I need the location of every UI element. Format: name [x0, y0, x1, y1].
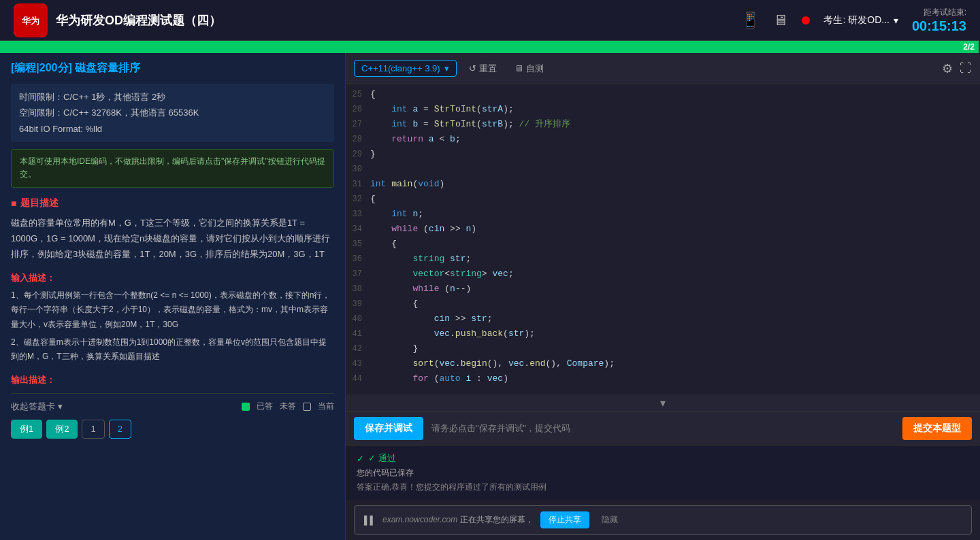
selftest-button[interactable]: 🖥 自测: [509, 60, 549, 78]
code-line-33: 33 int n;: [346, 207, 980, 222]
output-desc-title: 输出描述：: [11, 374, 334, 386]
chevron-down-icon: ▾: [660, 396, 666, 409]
save-hint: 请务必点击"保存并调试"，提交代码: [431, 422, 570, 435]
time-limit: 时间限制：C/C++ 1秒，其他语言 2秒: [19, 89, 326, 105]
code-line-27: 27 int b = StrToInt(strB); // 升序排序: [346, 117, 980, 132]
pass-label: ✓ 通过: [368, 452, 396, 465]
reset-icon: ↺: [469, 63, 476, 73]
fullscreen-icon[interactable]: ⛶: [960, 61, 972, 75]
result-pass: ✓ ✓ 通过: [357, 452, 969, 465]
progress-bar-container: 2/2: [0, 41, 980, 53]
reset-button[interactable]: ↺ 重置: [463, 60, 502, 78]
share-text: exam.nowcoder.com 正在共享您的屏幕，: [382, 514, 534, 526]
code-lines: 25 { 26 int a = StrToInt(strA); 27 int b…: [346, 84, 980, 394]
code-line-43: 43 sort(vec.begin(), vec.end(), Compare)…: [346, 356, 980, 371]
legend-answered-label: 已答: [257, 401, 273, 412]
pass-checkmark-icon: ✓: [357, 454, 364, 464]
answer-card-legend: 已答 未答 当前: [242, 401, 334, 412]
code-line-31: 31 int main(void): [346, 177, 980, 192]
user-dropdown[interactable]: 考生: 研发OD... ▾: [823, 14, 898, 27]
result-panel: ✓ ✓ 通过 您的代码已保存 答案正确,恭喜！您提交的程序通过了所有的测试用例: [346, 445, 980, 500]
selftest-icon: 🖥: [514, 63, 523, 73]
left-panel: [编程|200分] 磁盘容量排序 时间限制：C/C++ 1秒，其他语言 2秒 空…: [0, 53, 346, 540]
submit-button[interactable]: 提交本题型: [902, 417, 972, 440]
selftest-label: 自测: [526, 63, 544, 75]
monitor-icon[interactable]: 🖥: [773, 12, 788, 29]
share-icon: ▌▌: [364, 516, 376, 525]
code-line-29: 29 }: [346, 147, 980, 162]
recording-dot: [802, 16, 810, 24]
settings-icon[interactable]: ⚙: [942, 61, 953, 76]
input-desc-title: 输入描述：: [11, 272, 334, 284]
share-domain: exam.nowcoder.com: [382, 515, 457, 524]
example-btn-3[interactable]: 1: [82, 420, 104, 439]
code-line-44: 44 for (auto i : vec): [346, 371, 980, 386]
code-line-40: 40 cin >> str;: [346, 311, 980, 326]
lang-label: C++11(clang++ 3.9): [361, 63, 440, 73]
legend-unanswered-label: 未答: [280, 401, 296, 412]
bottom-chevron[interactable]: ▾: [346, 394, 980, 411]
problem-title: [编程|200分] 磁盘容量排序: [11, 61, 334, 75]
input-item-1: 1、每个测试用例第一行包含一个整数n(2 <= n <= 1000)，表示磁盘的…: [11, 288, 334, 333]
code-line-28: 28 return a < b;: [346, 132, 980, 147]
example-buttons: 例1 例2 1 2: [11, 420, 334, 439]
code-editor[interactable]: 25 { 26 int a = StrToInt(strA); 27 int b…: [346, 84, 980, 394]
code-line-39: 39 {: [346, 297, 980, 311]
result-correct: 答案正确,恭喜！您提交的程序通过了所有的测试用例: [357, 482, 969, 493]
section-desc-title: 题目描述: [11, 197, 334, 209]
legend-answered-dot: [242, 403, 250, 411]
hide-button[interactable]: 隐藏: [602, 514, 618, 526]
right-panel: C++11(clang++ 3.9) ▾ ↺ 重置 🖥 自测 ⚙ ⛶ 25: [346, 53, 980, 540]
chevron-down-icon: ▾: [894, 15, 898, 26]
chevron-up-icon: ▾: [58, 401, 63, 411]
progress-bar-fill: [0, 41, 979, 53]
mobile-icon[interactable]: 📱: [741, 12, 760, 29]
input-desc-list: 1、每个测试用例第一行包含一个整数n(2 <= n <= 1000)，表示磁盘的…: [11, 288, 334, 365]
main-container: [编程|200分] 磁盘容量排序 时间限制：C/C++ 1秒，其他语言 2秒 空…: [0, 53, 980, 540]
example-btn-2[interactable]: 例2: [46, 420, 78, 439]
legend-current-dot: [303, 403, 311, 411]
input-item-2: 2、磁盘容量m表示十进制数范围为1到1000的正整数，容量单位v的范围只包含题目…: [11, 335, 334, 365]
lang-chevron-icon: ▾: [444, 63, 449, 73]
legend-current-label: 当前: [318, 401, 334, 412]
code-line-36: 36 string str;: [346, 252, 980, 267]
action-bar: 保存并调试 请务必点击"保存并调试"，提交代码 提交本题型: [346, 411, 980, 445]
save-debug-button[interactable]: 保存并调试: [354, 417, 423, 440]
code-line-38: 38 while (n--): [346, 282, 980, 297]
svg-text:华为: 华为: [21, 16, 39, 26]
timer-section: 距考试结束: 00:15:13: [912, 7, 966, 34]
notice-box: 本题可使用本地IDE编码，不做跳出限制，编码后请点击"保存并调试"按钮进行代码提…: [11, 149, 334, 187]
timer-label: 距考试结束:: [924, 7, 966, 18]
section-desc-content: 磁盘的容量单位常用的有M，G，T这三个等级，它们之间的换算关系是1T = 100…: [11, 215, 334, 263]
share-suffix: 正在共享您的屏幕，: [460, 515, 534, 524]
toolbar-right: ⚙ ⛶: [942, 61, 972, 76]
space-limit: 空间限制：C/C++ 32768K，其他语言 65536K: [19, 105, 326, 120]
logo: 华为: [14, 3, 48, 37]
example-btn-4[interactable]: 2: [109, 420, 131, 439]
header: 华为 华为研发OD编程测试题（四） 📱 🖥 考生: 研发OD... ▾ 距考试结…: [0, 0, 980, 41]
lang-selector[interactable]: C++11(clang++ 3.9) ▾: [354, 60, 457, 77]
timer-value: 00:15:13: [912, 18, 966, 34]
editor-toolbar: C++11(clang++ 3.9) ▾ ↺ 重置 🖥 自测 ⚙ ⛶: [346, 53, 980, 84]
example-btn-1[interactable]: 例1: [11, 420, 42, 439]
io-format: 64bit IO Format: %lld: [19, 121, 326, 137]
screen-share-notice: ▌▌ exam.nowcoder.com 正在共享您的屏幕， 停止共享 隐藏: [354, 505, 972, 535]
code-line-37: 37 vector<string> vec;: [346, 267, 980, 282]
code-line-26: 26 int a = StrToInt(strA);: [346, 102, 980, 117]
header-icons: 📱 🖥 考生: 研发OD... ▾: [741, 12, 898, 29]
result-saved: 您的代码已保存: [357, 467, 969, 479]
input-desc: 输入描述： 1、每个测试用例第一行包含一个整数n(2 <= n <= 1000)…: [11, 272, 334, 365]
stop-share-button[interactable]: 停止共享: [540, 511, 589, 528]
answer-card-toggle[interactable]: 收起答题卡 ▾: [11, 401, 63, 413]
code-line-32: 32 {: [346, 192, 980, 207]
code-line-42: 42 }: [346, 341, 980, 356]
code-line-30: 30: [346, 162, 980, 177]
code-line-25: 25 {: [346, 87, 980, 102]
user-label: 考生: 研发OD...: [823, 14, 889, 27]
progress-label: 2/2: [963, 42, 975, 52]
code-line-35: 35 {: [346, 237, 980, 252]
answer-card-header: 收起答题卡 ▾ 已答 未答 当前: [11, 401, 334, 413]
answer-card: 收起答题卡 ▾ 已答 未答 当前 例1 例2 1 2: [11, 393, 334, 439]
reset-label: 重置: [479, 63, 497, 75]
page-title: 华为研发OD编程测试题（四）: [56, 12, 741, 29]
